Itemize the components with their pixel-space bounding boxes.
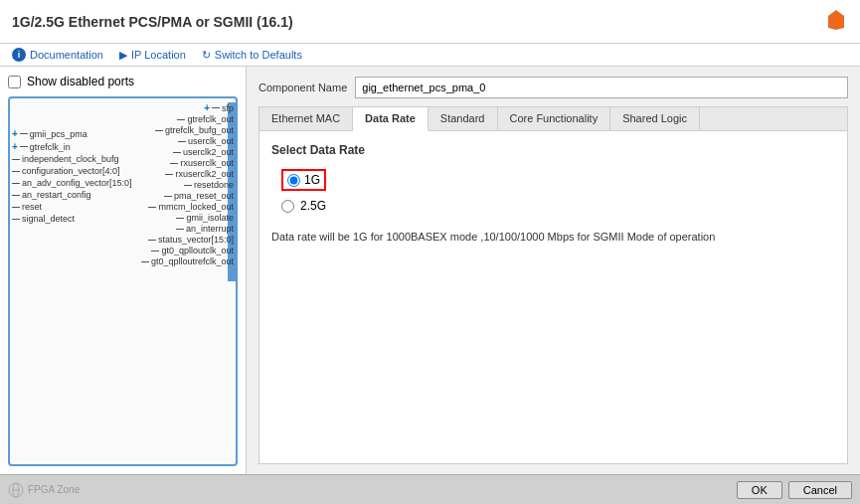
port-an-restart-config: an_restart_config — [12, 190, 132, 200]
radio-row-2-5g: 2.5G — [281, 199, 835, 213]
port-gtrefclk-out: gtrefclk_out — [141, 114, 234, 124]
data-rate-radio-group: 1G 2.5G — [281, 169, 835, 213]
footer-logo: FPGA Zone — [8, 482, 731, 498]
component-diagram: sfp + gtrefclk_out gtrefclk_bufg_out use… — [8, 96, 238, 466]
documentation-label: Documentation — [30, 49, 103, 61]
switch-defaults-button[interactable]: ↻ Switch to Defaults — [202, 49, 302, 62]
port-mmcm-locked-out: mmcm_locked_out — [141, 202, 234, 212]
right-ports: sfp + gtrefclk_out gtrefclk_bufg_out use… — [141, 102, 234, 266]
tab-standard[interactable]: Standard — [429, 107, 498, 130]
right-panel: Component Name Ethernet MAC Data Rate St… — [247, 67, 860, 474]
port-pma-reset-out: pma_reset_out — [141, 191, 234, 201]
port-reset: reset — [12, 202, 132, 212]
info-icon: i — [12, 48, 26, 62]
ok-button[interactable]: OK — [737, 481, 782, 499]
port-signal-detect: signal_detect — [12, 214, 132, 224]
title-logo — [824, 8, 848, 35]
left-ports: + gmii_pcs_pma + gtrefclk_in independent… — [12, 128, 132, 224]
tab-data-rate[interactable]: Data Rate — [353, 107, 429, 131]
port-config-vector: configuration_vector[4:0] — [12, 166, 132, 176]
footer-bar: FPGA Zone OK Cancel — [0, 474, 860, 504]
ip-location-button[interactable]: ▶ IP Location — [119, 49, 186, 62]
left-panel: Show disabled ports sfp + gtrefclk_out — [0, 67, 247, 474]
refresh-icon: ↻ — [202, 49, 211, 62]
title-bar: 1G/2.5G Ethernet PCS/PMA or SGMII (16.1) — [0, 0, 860, 44]
port-an-interrupt: an_interrupt — [141, 224, 234, 234]
switch-defaults-label: Switch to Defaults — [215, 49, 302, 61]
radio-1g-label: 1G — [304, 173, 320, 187]
port-independent-clock: independent_clock_bufg — [12, 154, 132, 164]
port-gmii-isolate: gmii_isolate — [141, 213, 234, 223]
show-disabled-label: Show disabled ports — [27, 75, 134, 88]
tab-core-functionality[interactable]: Core Functionality — [498, 107, 611, 130]
tab-shared-logic[interactable]: Shared Logic — [610, 107, 700, 130]
component-name-label: Component Name — [258, 82, 347, 93]
tab-content-data-rate: Select Data Rate 1G 2.5G — [259, 131, 847, 463]
documentation-button[interactable]: i Documentation — [12, 48, 103, 62]
port-sfp: sfp + — [141, 102, 234, 113]
port-an-adv-config: an_adv_config_vector[15:0] — [12, 178, 132, 188]
info-text: Data rate will be 1G for 1000BASEX mode … — [271, 229, 835, 246]
port-resetdone: resetdone — [141, 180, 234, 190]
tab-ethernet-mac[interactable]: Ethernet MAC — [259, 107, 353, 130]
show-disabled-checkbox[interactable] — [8, 76, 21, 88]
radio-row-1g: 1G — [281, 169, 835, 191]
port-userclk-out: userclk_out — [141, 136, 234, 146]
main-window: 1G/2.5G Ethernet PCS/PMA or SGMII (16.1)… — [0, 0, 860, 504]
logo-text: FPGA Zone — [28, 484, 80, 495]
ip-location-icon: ▶ — [119, 49, 127, 62]
port-userclk2-out: userclk2_out — [141, 147, 234, 157]
cancel-button[interactable]: Cancel — [788, 481, 852, 499]
port-rxuserclk2-out: rxuserclk2_out — [141, 169, 234, 179]
content-area: Show disabled ports sfp + gtrefclk_out — [0, 67, 860, 474]
ip-location-label: IP Location — [131, 49, 186, 61]
port-rxuserclk-out: rxuserclk_out — [141, 158, 234, 168]
toolbar: i Documentation ▶ IP Location ↻ Switch t… — [0, 44, 860, 67]
port-gtrefclk-in: + gtrefclk_in — [12, 141, 132, 152]
port-gt0-qplloutclk: gt0_qplloutclk_out — [141, 246, 234, 255]
port-gmii-pcs-pma: + gmii_pcs_pma — [12, 128, 132, 139]
show-disabled-row: Show disabled ports — [8, 75, 238, 88]
window-title: 1G/2.5G Ethernet PCS/PMA or SGMII (16.1) — [12, 14, 293, 30]
port-gtrefclk-bufg-out: gtrefclk_bufg_out — [141, 125, 234, 135]
port-status-vector: status_vector[15:0] — [141, 235, 234, 245]
component-name-input[interactable] — [355, 77, 848, 98]
radio-2-5g-label: 2.5G — [300, 199, 326, 213]
port-gt0-qplloutrefclk: gt0_qplloutrefclk_out — [141, 256, 234, 266]
radio-1g[interactable] — [287, 174, 300, 187]
radio-2-5g[interactable] — [281, 200, 294, 213]
section-title: Select Data Rate — [271, 143, 835, 157]
tabs-container: Ethernet MAC Data Rate Standard Core Fun… — [258, 106, 848, 464]
radio-box-1g: 1G — [281, 169, 326, 191]
component-name-row: Component Name — [258, 77, 848, 98]
tabs-header: Ethernet MAC Data Rate Standard Core Fun… — [259, 107, 847, 131]
